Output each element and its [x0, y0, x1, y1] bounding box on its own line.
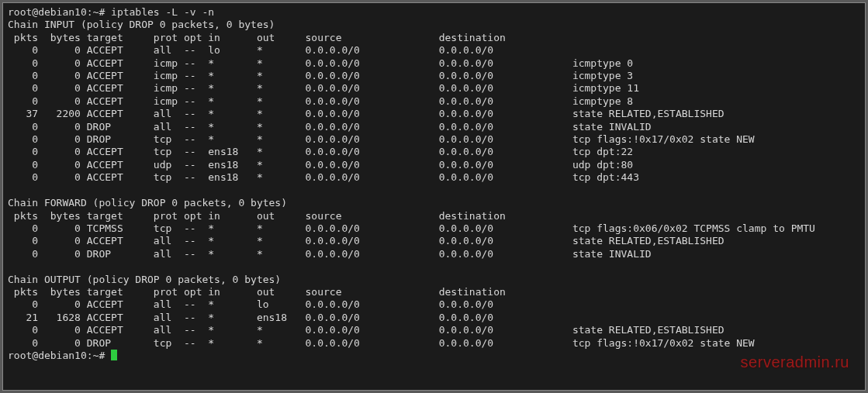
table-header: pkts bytes target prot opt in out source…: [8, 32, 860, 44]
cursor: [111, 350, 117, 360]
table-row: 0 0 TCPMSS tcp -- * * 0.0.0.0/0 0.0.0.0/…: [8, 222, 860, 235]
table-row: 0 0 ACCEPT icmp -- * * 0.0.0.0/0 0.0.0.0…: [8, 82, 860, 95]
prompt-user: root@debian10: [8, 6, 87, 18]
table-row: 0 0 ACCEPT icmp -- * * 0.0.0.0/0 0.0.0.0…: [8, 70, 860, 82]
table-row: 0 0 DROP all -- * * 0.0.0.0/0 0.0.0.0/0 …: [8, 248, 860, 260]
chain-title: Chain FORWARD (policy DROP 0 packets, 0 …: [8, 197, 860, 209]
table-row: 0 0 ACCEPT tcp -- ens18 * 0.0.0.0/0 0.0.…: [8, 171, 860, 184]
prompt-line[interactable]: root@debian10:~#: [8, 350, 860, 362]
prompt-line[interactable]: root@debian10:~# iptables -L -v -n: [8, 6, 860, 19]
table-header: pkts bytes target prot opt in out source…: [8, 286, 860, 298]
table-row: 0 0 DROP tcp -- * * 0.0.0.0/0 0.0.0.0/0 …: [8, 133, 860, 146]
blank-line: [8, 184, 860, 197]
table-row: 0 0 DROP all -- * * 0.0.0.0/0 0.0.0.0/0 …: [8, 121, 860, 133]
blank-line: [8, 260, 860, 273]
table-row: 0 0 ACCEPT udp -- ens18 * 0.0.0.0/0 0.0.…: [8, 159, 860, 171]
prompt-sep: :: [87, 350, 93, 361]
table-header: pkts bytes target prot opt in out source…: [8, 210, 860, 222]
table-row: 0 0 ACCEPT all -- * * 0.0.0.0/0 0.0.0.0/…: [8, 324, 860, 336]
prompt-sep: :: [87, 6, 93, 18]
table-row: 37 2200 ACCEPT all -- * * 0.0.0.0/0 0.0.…: [8, 108, 860, 120]
terminal[interactable]: root@debian10:~# iptables -L -v -nChain …: [2, 2, 866, 391]
chain-title: Chain OUTPUT (policy DROP 0 packets, 0 b…: [8, 274, 860, 286]
prompt-hash: #: [99, 350, 111, 361]
table-row: 0 0 ACCEPT icmp -- * * 0.0.0.0/0 0.0.0.0…: [8, 57, 860, 70]
table-row: 0 0 ACCEPT all -- * * 0.0.0.0/0 0.0.0.0/…: [8, 235, 860, 247]
prompt-user: root@debian10: [8, 350, 87, 361]
table-row: 0 0 ACCEPT tcp -- ens18 * 0.0.0.0/0 0.0.…: [8, 146, 860, 158]
terminal-frame: root@debian10:~# iptables -L -v -nChain …: [0, 0, 868, 393]
table-row: 21 1628 ACCEPT all -- * ens18 0.0.0.0/0 …: [8, 312, 860, 324]
prompt-hash: #: [99, 6, 111, 18]
table-row: 0 0 ACCEPT all -- lo * 0.0.0.0/0 0.0.0.0…: [8, 44, 860, 57]
table-row: 0 0 ACCEPT icmp -- * * 0.0.0.0/0 0.0.0.0…: [8, 95, 860, 108]
chain-title: Chain INPUT (policy DROP 0 packets, 0 by…: [8, 19, 860, 31]
prompt-command: iptables -L -v -n: [111, 6, 214, 18]
table-row: 0 0 ACCEPT all -- * lo 0.0.0.0/0 0.0.0.0…: [8, 298, 860, 311]
table-row: 0 0 DROP tcp -- * * 0.0.0.0/0 0.0.0.0/0 …: [8, 337, 860, 350]
